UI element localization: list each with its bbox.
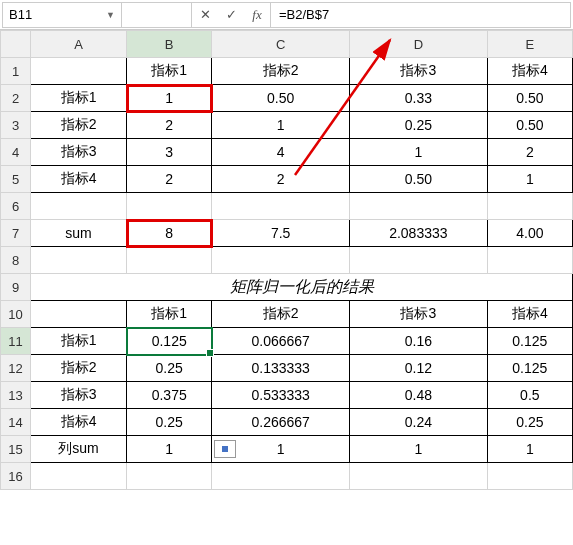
cell[interactable]: 列sum <box>31 436 127 463</box>
cell[interactable]: 指标4 <box>487 58 572 85</box>
cell[interactable]: 0.48 <box>350 382 488 409</box>
cell[interactable]: 指标4 <box>487 301 572 328</box>
col-header[interactable]: C <box>212 31 350 58</box>
cell[interactable]: 0.125 <box>487 328 572 355</box>
cell[interactable]: 1 <box>487 436 572 463</box>
cell[interactable]: 指标1 <box>127 301 212 328</box>
cell[interactable]: 2 <box>127 112 212 139</box>
cell[interactable] <box>31 301 127 328</box>
cell[interactable] <box>487 463 572 490</box>
cell[interactable]: 0.25 <box>127 409 212 436</box>
cell[interactable] <box>487 247 572 274</box>
cell[interactable]: 1 <box>350 139 488 166</box>
name-box[interactable]: B11 ▼ <box>2 2 122 28</box>
cell[interactable]: 0.125 <box>487 355 572 382</box>
cell[interactable]: 2 <box>127 166 212 193</box>
row-header[interactable]: 11 <box>1 328 31 355</box>
cell[interactable]: 指标1 <box>31 85 127 112</box>
cell[interactable]: 1 <box>212 112 350 139</box>
cell[interactable]: 1 <box>350 436 488 463</box>
cell[interactable]: 0.133333 <box>212 355 350 382</box>
cell[interactable]: sum <box>31 220 127 247</box>
cell[interactable] <box>31 193 127 220</box>
cell[interactable] <box>127 247 212 274</box>
cell[interactable] <box>350 247 488 274</box>
cell[interactable]: 指标3 <box>350 58 488 85</box>
cell[interactable]: 1 <box>127 436 212 463</box>
cell[interactable]: 0.066667 <box>212 328 350 355</box>
paste-options-icon[interactable] <box>214 440 236 458</box>
cell[interactable] <box>127 193 212 220</box>
cell[interactable]: 1 <box>487 166 572 193</box>
row-header[interactable]: 10 <box>1 301 31 328</box>
cancel-icon[interactable]: ✕ <box>192 3 218 27</box>
cell[interactable] <box>350 463 488 490</box>
cell[interactable]: 0.25 <box>127 355 212 382</box>
cell[interactable] <box>31 247 127 274</box>
cell[interactable]: 0.25 <box>487 409 572 436</box>
cell[interactable]: 0.50 <box>487 112 572 139</box>
cell[interactable] <box>350 193 488 220</box>
row-header[interactable]: 13 <box>1 382 31 409</box>
cell[interactable]: 1 <box>212 436 350 463</box>
cell[interactable]: 2 <box>212 166 350 193</box>
cell[interactable]: 0.266667 <box>212 409 350 436</box>
cell[interactable]: 0.50 <box>212 85 350 112</box>
cell[interactable]: 指标1 <box>127 58 212 85</box>
cell[interactable]: 0.50 <box>487 85 572 112</box>
cell[interactable]: 0.16 <box>350 328 488 355</box>
cell[interactable]: 0.375 <box>127 382 212 409</box>
cell[interactable]: 1 <box>127 85 212 112</box>
row-header[interactable]: 9 <box>1 274 31 301</box>
cell[interactable] <box>31 463 127 490</box>
accept-icon[interactable]: ✓ <box>218 3 244 27</box>
cell[interactable]: 指标2 <box>31 355 127 382</box>
cell[interactable] <box>487 193 572 220</box>
cell[interactable]: 指标3 <box>350 301 488 328</box>
row-header[interactable]: 5 <box>1 166 31 193</box>
cell[interactable]: 0.50 <box>350 166 488 193</box>
row-header[interactable]: 16 <box>1 463 31 490</box>
select-all-corner[interactable] <box>1 31 31 58</box>
cell[interactable]: 指标2 <box>212 301 350 328</box>
cell[interactable]: 3 <box>127 139 212 166</box>
col-header[interactable]: E <box>487 31 572 58</box>
row-header[interactable]: 7 <box>1 220 31 247</box>
cell[interactable] <box>212 247 350 274</box>
cell[interactable]: 0.25 <box>350 112 488 139</box>
row-header[interactable]: 4 <box>1 139 31 166</box>
cell[interactable]: 指标4 <box>31 409 127 436</box>
cell[interactable]: 0.5 <box>487 382 572 409</box>
row-header[interactable]: 6 <box>1 193 31 220</box>
cell[interactable] <box>31 58 127 85</box>
cell[interactable]: 8 <box>127 220 212 247</box>
merged-title-cell[interactable]: 矩阵归一化后的结果 <box>31 274 573 301</box>
cell[interactable]: 4 <box>212 139 350 166</box>
cell[interactable]: 指标3 <box>31 382 127 409</box>
cell[interactable]: 2 <box>487 139 572 166</box>
cell[interactable] <box>212 463 350 490</box>
cell[interactable] <box>127 463 212 490</box>
formula-input[interactable]: =B2/B$7 <box>271 2 571 28</box>
cell[interactable]: 0.12 <box>350 355 488 382</box>
chevron-down-icon[interactable]: ▼ <box>106 10 115 20</box>
cell[interactable]: 4.00 <box>487 220 572 247</box>
col-header[interactable]: B <box>127 31 212 58</box>
fx-icon[interactable]: fx <box>244 3 270 27</box>
cell[interactable]: 0.24 <box>350 409 488 436</box>
row-header[interactable]: 2 <box>1 85 31 112</box>
cell[interactable]: 7.5 <box>212 220 350 247</box>
cell[interactable]: 指标1 <box>31 328 127 355</box>
cell[interactable]: 0.533333 <box>212 382 350 409</box>
row-header[interactable]: 3 <box>1 112 31 139</box>
row-header[interactable]: 14 <box>1 409 31 436</box>
cell[interactable]: 指标2 <box>212 58 350 85</box>
row-header[interactable]: 1 <box>1 58 31 85</box>
row-header[interactable]: 8 <box>1 247 31 274</box>
cell[interactable]: 指标4 <box>31 166 127 193</box>
row-header[interactable]: 15 <box>1 436 31 463</box>
col-header[interactable]: D <box>350 31 488 58</box>
cell[interactable]: 指标2 <box>31 112 127 139</box>
row-header[interactable]: 12 <box>1 355 31 382</box>
selected-cell[interactable]: 0.125 <box>127 328 212 355</box>
